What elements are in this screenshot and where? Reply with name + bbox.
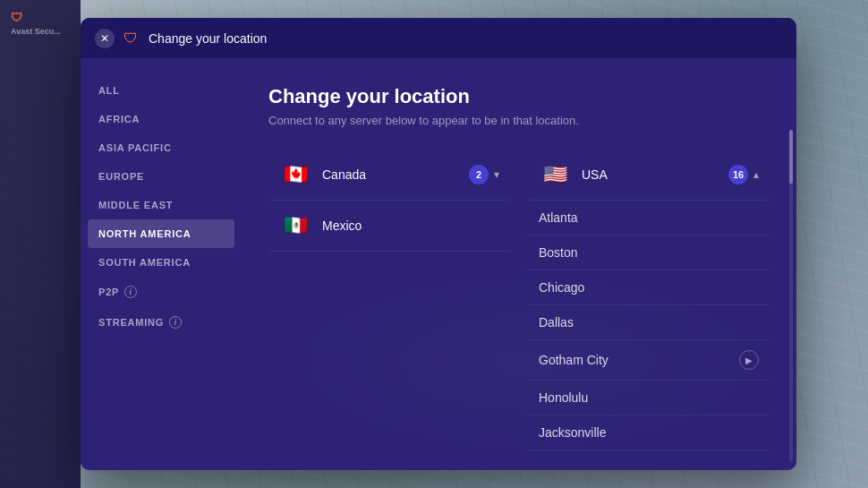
sidebar-item-south-america[interactable]: SOUTH AMERICA: [81, 248, 242, 277]
sidebar-item-streaming[interactable]: STREAMING i: [81, 307, 242, 338]
sidebar-item-europe[interactable]: EUROPE: [81, 162, 242, 191]
city-boston[interactable]: Boston: [528, 235, 770, 270]
avast-icon: 🛡: [11, 11, 22, 24]
content-area: Change your location Connect to any serv…: [242, 58, 796, 470]
sidebar: ALL AFRICA ASIA PACIFIC EUROPE MIDDLE EA…: [81, 58, 242, 470]
title-bar: ✕ 🛡 Change your location: [81, 18, 796, 58]
p2p-info-icon[interactable]: i: [124, 286, 137, 298]
canada-name: Canada: [322, 167, 469, 182]
main-area: ALL AFRICA ASIA PACIFIC EUROPE MIDDLE EA…: [81, 58, 796, 470]
city-boston-name: Boston: [539, 245, 578, 260]
usa-count: 16: [728, 165, 748, 184]
app-logo: 🛡 Avast Secu...: [0, 0, 81, 47]
sidebar-item-north-america[interactable]: NORTH AMERICA: [88, 219, 234, 248]
sidebar-item-africa[interactable]: AFRICA: [81, 105, 242, 133]
scrollbar-thumb[interactable]: [789, 130, 793, 184]
close-icon: ✕: [100, 32, 109, 45]
canada-count: 2: [469, 165, 489, 184]
canada-flag: 🇨🇦: [279, 158, 311, 191]
sidebar-item-asia-pacific[interactable]: ASIA PACIFIC: [81, 133, 242, 162]
scrollbar-track: [789, 130, 793, 461]
page-title: Change your location: [268, 85, 770, 108]
streaming-info-icon[interactable]: i: [169, 316, 182, 329]
app-icon: 🛡: [123, 30, 141, 47]
country-canada[interactable]: 🇨🇦 Canada 2 ▾: [268, 150, 510, 201]
country-mexico[interactable]: 🇲🇽 Mexico: [268, 201, 510, 252]
usa-flag: 🇺🇸: [539, 158, 571, 191]
city-atlanta-name: Atlanta: [539, 210, 578, 225]
country-usa[interactable]: 🇺🇸 USA 16 ▴: [528, 150, 770, 201]
sidebar-item-all[interactable]: ALL: [81, 76, 242, 105]
mexico-name: Mexico: [322, 218, 499, 233]
sidebar-item-middle-east[interactable]: MIDDLE EAST: [81, 191, 242, 219]
canada-chevron: ▾: [494, 168, 499, 181]
page-subtitle: Connect to any server below to appear to…: [268, 114, 770, 127]
close-button[interactable]: ✕: [95, 29, 115, 48]
window-title: Change your location: [149, 31, 267, 46]
usa-chevron: ▴: [753, 168, 759, 181]
app-sidebar-strip: 🛡 Avast Secu...: [0, 0, 81, 488]
usa-name: USA: [582, 167, 728, 182]
app-window: ✕ 🛡 Change your location ALL AFRICA ASIA…: [81, 18, 796, 470]
mexico-flag: 🇲🇽: [279, 210, 311, 242]
world-map-bg: [286, 273, 770, 452]
sidebar-item-p2p[interactable]: P2P i: [81, 277, 242, 307]
city-atlanta[interactable]: Atlanta: [528, 201, 770, 235]
